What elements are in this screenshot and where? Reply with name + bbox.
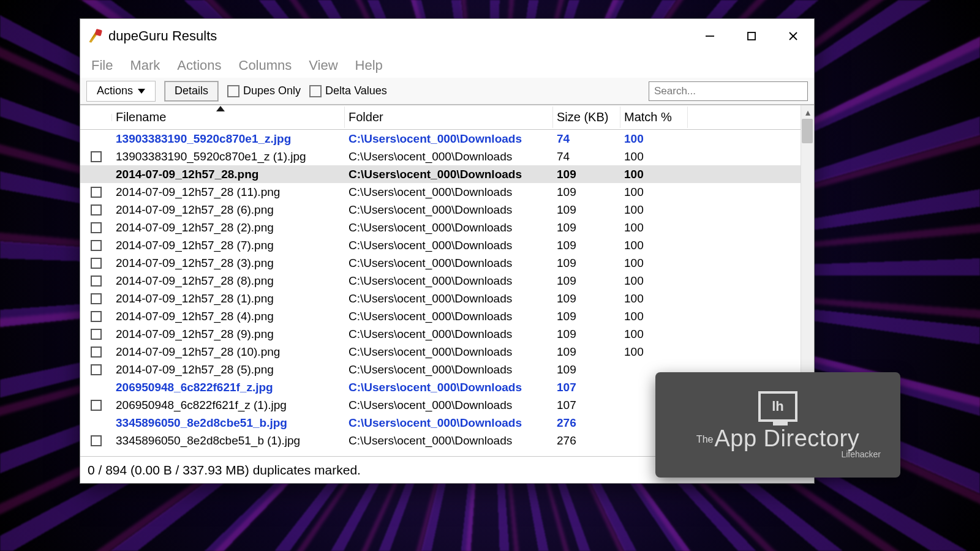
table-row[interactable]: 2014-07-09_12h57_28.pngC:\Users\ocent_00… [80,165,814,183]
details-button[interactable]: Details [164,81,219,102]
search-input[interactable] [649,81,808,101]
menu-file[interactable]: File [91,58,113,73]
header-filename[interactable]: Filename [112,107,345,128]
menubar: File Mark Actions Columns View Help [80,53,814,78]
checkbox-icon[interactable] [91,347,102,358]
window-controls [689,19,814,53]
table-row[interactable]: 2014-07-09_12h57_28 (6).pngC:\Users\ocen… [80,201,814,219]
cell-filename: 2014-07-09_12h57_28 (2).png [112,220,345,236]
table-row[interactable]: 2014-07-09_12h57_28 (1).pngC:\Users\ocen… [80,290,814,307]
header-match[interactable]: Match % [620,107,688,128]
checkbox-icon[interactable] [91,151,102,162]
cell-folder: C:\Users\ocent_000\Downloads [345,362,553,378]
svg-rect-1 [748,32,755,40]
checkbox-icon[interactable] [91,240,102,251]
table-row[interactable]: 2014-07-09_12h57_28 (10).pngC:\Users\oce… [80,343,814,361]
row-checkbox-cell[interactable] [80,186,112,199]
row-checkbox-cell[interactable] [80,239,112,252]
cell-filename: 13903383190_5920c870e1_z (1).jpg [112,149,345,165]
delta-values-checkbox[interactable]: Delta Values [309,84,387,97]
chevron-down-icon [138,89,145,94]
cell-spacer [688,315,814,318]
row-checkbox-cell[interactable] [80,292,112,305]
search-field[interactable] [654,85,802,97]
menu-help[interactable]: Help [355,58,383,73]
cell-match: 100 [620,344,688,360]
cell-match: 100 [620,273,688,289]
row-checkbox-cell[interactable] [80,399,112,412]
table-row[interactable]: 2014-07-09_12h57_28 (11).pngC:\Users\oce… [80,183,814,201]
row-checkbox-cell[interactable] [80,138,112,140]
checkbox-icon[interactable] [91,187,102,198]
row-checkbox-cell[interactable] [80,328,112,341]
row-checkbox-cell[interactable] [80,434,112,448]
row-checkbox-cell[interactable] [80,203,112,217]
cell-filename: 2014-07-09_12h57_28 (10).png [112,344,345,360]
row-checkbox-cell[interactable] [80,386,112,389]
checkbox-icon[interactable] [91,435,102,446]
scroll-thumb[interactable] [802,119,813,143]
row-checkbox-cell[interactable] [80,257,112,270]
menu-actions[interactable]: Actions [177,58,221,73]
table-row[interactable]: 13903383190_5920c870e1_z (1).jpgC:\Users… [80,148,814,165]
menu-columns[interactable]: Columns [239,58,292,73]
header-folder[interactable]: Folder [345,107,553,128]
minimize-button[interactable] [689,19,731,53]
badge-title-line: TheApp Directory [696,425,859,452]
checkbox-icon[interactable] [91,329,102,340]
status-text: 0 / 894 (0.00 B / 337.93 MB) duplicates … [88,463,361,478]
cell-folder: C:\Users\ocent_000\Downloads [345,184,553,200]
cell-match [620,369,688,371]
badge-title: App Directory [714,425,859,451]
cell-spacer [688,351,814,353]
row-checkbox-cell[interactable] [80,345,112,359]
table-row[interactable]: 2014-07-09_12h57_28 (2).pngC:\Users\ocen… [80,219,814,236]
cell-filename: 2014-07-09_12h57_28 (6).png [112,202,345,218]
table-row[interactable]: 2014-07-09_12h57_28 (9).pngC:\Users\ocen… [80,325,814,343]
cell-folder: C:\Users\ocent_000\Downloads [345,397,553,413]
close-button[interactable] [772,19,814,53]
row-checkbox-cell[interactable] [80,150,112,163]
titlebar[interactable]: dupeGuru Results [80,19,814,53]
maximize-button[interactable] [731,19,772,53]
scroll-up-icon[interactable]: ▴ [801,105,814,119]
actions-dropdown-label: Actions [97,84,133,97]
checkbox-icon[interactable] [91,364,102,375]
checkbox-icon[interactable] [91,222,102,233]
cell-filename: 13903383190_5920c870e1_z.jpg [112,131,345,147]
checkbox-icon[interactable] [91,311,102,322]
checkbox-icon [227,85,239,97]
checkbox-icon[interactable] [91,276,102,287]
cell-folder: C:\Users\ocent_000\Downloads [345,344,553,360]
table-row[interactable]: 2014-07-09_12h57_28 (3).pngC:\Users\ocen… [80,254,814,272]
row-checkbox-cell[interactable] [80,274,112,288]
row-checkbox-cell[interactable] [80,173,112,176]
checkbox-icon[interactable] [91,258,102,269]
header-checkbox[interactable] [80,114,112,121]
cell-spacer [688,227,814,229]
checkbox-icon[interactable] [91,400,102,411]
menu-view[interactable]: View [309,58,337,73]
header-spacer [688,114,814,121]
row-checkbox-cell[interactable] [80,363,112,377]
table-row[interactable]: 13903383190_5920c870e1_z.jpgC:\Users\oce… [80,130,814,148]
cell-size: 109 [553,238,620,253]
dupes-only-checkbox[interactable]: Dupes Only [227,84,301,97]
table-row[interactable]: 2014-07-09_12h57_28 (8).pngC:\Users\ocen… [80,272,814,290]
row-checkbox-cell[interactable] [80,422,112,424]
table-row[interactable]: 2014-07-09_12h57_28 (4).pngC:\Users\ocen… [80,307,814,325]
checkbox-icon[interactable] [91,204,102,216]
row-checkbox-cell[interactable] [80,310,112,323]
menu-mark[interactable]: Mark [130,58,160,73]
table-row[interactable]: 2014-07-09_12h57_28 (7).pngC:\Users\ocen… [80,236,814,254]
app-icon [88,29,102,43]
cell-match: 100 [620,149,688,165]
checkbox-icon[interactable] [91,293,102,304]
header-size[interactable]: Size (KB) [553,107,620,128]
cell-spacer [688,244,814,247]
actions-dropdown[interactable]: Actions [86,81,156,102]
cell-filename: 2014-07-09_12h57_28 (8).png [112,273,345,289]
row-checkbox-cell[interactable] [80,221,112,234]
cell-filename: 2014-07-09_12h57_28 (4).png [112,309,345,324]
cell-match: 100 [620,184,688,200]
